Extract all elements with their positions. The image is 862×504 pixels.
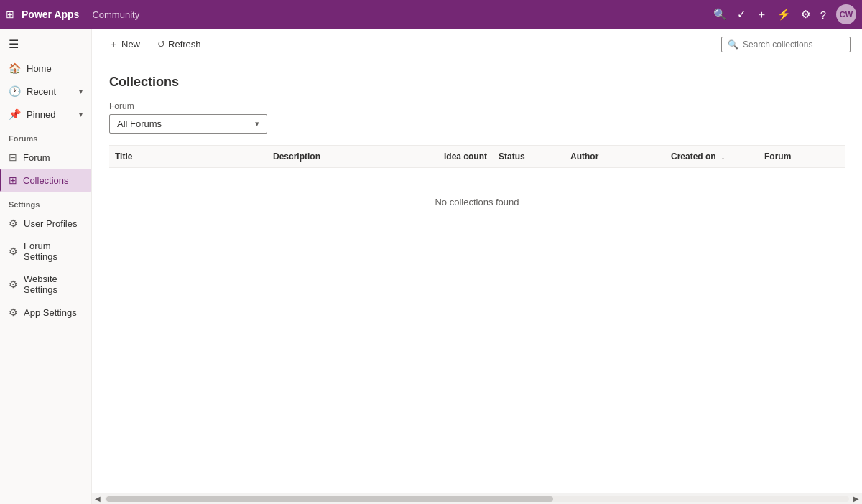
sidebar-collections-label: Collections [23,175,69,186]
horizontal-scrollbar[interactable]: ◀ ▶ [92,493,862,504]
refresh-label: Refresh [168,39,201,50]
chevron-down-filter-icon: ▾ [255,119,259,129]
sidebar-item-app-settings[interactable]: ⚙ App Settings [0,301,91,324]
chevron-down-icon-pinned: ▾ [79,111,83,118]
refresh-icon: ↺ [157,39,165,50]
search-input[interactable] [743,39,844,50]
user-profiles-icon: ⚙ [9,218,18,229]
sidebar-item-pinned[interactable]: 📌 Pinned ▾ [0,103,91,126]
sidebar-home-label: Home [27,63,52,74]
forums-section-label: Forums [0,126,91,146]
sidebar-forum-label: Forum [23,152,50,163]
col-idea-count[interactable]: Idea count [421,151,493,162]
sidebar-website-settings-label: Website Settings [24,274,83,295]
new-button[interactable]: ＋ New [103,35,146,54]
col-forum[interactable]: Forum [759,151,845,162]
community-label: Community [92,9,139,20]
avatar[interactable]: CW [836,4,856,24]
col-created-on[interactable]: Created on ↓ [665,151,759,162]
filter-icon[interactable]: ⚡ [777,8,791,21]
sidebar-recent-label: Recent [27,86,56,97]
forum-filter-dropdown[interactable]: All Forums ▾ [109,114,267,134]
scroll-right-arrow[interactable]: ▶ [851,493,862,505]
plus-icon[interactable]: ＋ [756,8,767,22]
settings-section-label: Settings [0,192,91,212]
help-icon[interactable]: ? [820,9,826,21]
table-header: Title Description Idea count Status Auth… [109,146,845,168]
app-settings-icon: ⚙ [9,307,18,318]
scroll-thumb[interactable] [106,496,553,502]
sidebar-pinned-label: Pinned [27,109,55,120]
col-author[interactable]: Author [565,151,665,162]
forum-settings-icon: ⚙ [9,246,18,257]
website-settings-icon: ⚙ [9,279,18,290]
sidebar: ☰ 🏠 Home 🕐 Recent ▾ 📌 Pinned ▾ Forums ⊟ … [0,29,92,504]
sidebar-forum-settings-label: Forum Settings [24,241,83,262]
sidebar-item-recent[interactable]: 🕐 Recent ▾ [0,80,91,103]
grid-icon[interactable]: ⊞ [6,9,14,20]
sidebar-item-user-profiles[interactable]: ⚙ User Profiles [0,212,91,235]
search-box[interactable]: 🔍 [721,37,851,52]
checkmark-circle-icon[interactable]: ✓ [737,8,746,21]
col-status[interactable]: Status [493,151,565,162]
page-content: Collections Forum All Forums ▾ Title Des… [92,60,862,493]
sidebar-app-settings-label: App Settings [24,307,77,318]
recent-icon: 🕐 [9,85,21,97]
search-icon-input: 🔍 [728,39,738,50]
empty-message: No collections found [109,168,845,236]
sidebar-item-forum-settings[interactable]: ⚙ Forum Settings [0,235,91,268]
toolbar: ＋ New ↺ Refresh 🔍 [92,29,862,60]
col-description[interactable]: Description [267,151,421,162]
collections-icon: ⊞ [9,174,17,186]
forum-icon: ⊟ [9,151,17,163]
scroll-track[interactable] [105,496,849,502]
forum-filter-label: Forum [109,101,845,111]
sort-arrow-icon: ↓ [721,153,725,161]
settings-icon[interactable]: ⚙ [801,8,810,21]
chevron-down-icon: ▾ [79,88,83,95]
page-title: Collections [109,75,845,90]
sidebar-user-profiles-label: User Profiles [24,218,77,229]
search-icon[interactable]: 🔍 [713,8,727,21]
sidebar-item-home[interactable]: 🏠 Home [0,57,91,80]
sidebar-item-forum[interactable]: ⊟ Forum [0,146,91,169]
home-icon: 🏠 [9,62,21,74]
collections-table: Title Description Idea count Status Auth… [109,145,845,236]
sidebar-item-website-settings[interactable]: ⚙ Website Settings [0,268,91,301]
pin-icon: 📌 [9,108,21,120]
col-title[interactable]: Title [109,151,267,162]
new-label: New [121,39,140,50]
hamburger-button[interactable]: ☰ [0,32,91,57]
content-area: ＋ New ↺ Refresh 🔍 Collections Forum All … [92,29,862,504]
sidebar-item-collections[interactable]: ⊞ Collections [0,169,91,192]
new-icon: ＋ [109,38,119,51]
forum-filter-value: All Forums [117,118,162,129]
refresh-button[interactable]: ↺ Refresh [152,36,207,52]
scroll-left-arrow[interactable]: ◀ [92,493,103,505]
app-brand: Power Apps [22,9,79,20]
